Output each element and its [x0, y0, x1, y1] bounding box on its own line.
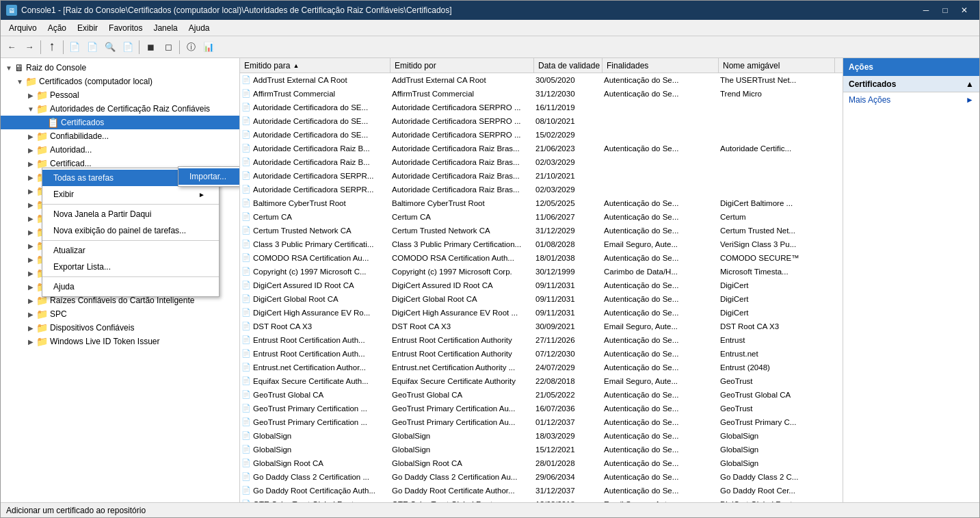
table-row[interactable]: 📄 Entrust Root Certification Auth... Ent… [240, 333, 843, 347]
menu-ajuda[interactable]: Ajuda [183, 21, 215, 36]
menu-favoritos[interactable]: Favoritos [103, 21, 148, 36]
table-row[interactable]: 📄 Certum CA Certum CA 11/06/2027 Autenti… [240, 210, 843, 224]
table-row[interactable]: 📄 Entrust.net Certification Author... En… [240, 361, 843, 374]
minimize-button[interactable]: ─ [916, 3, 936, 18]
table-row[interactable]: 📄 Baltimore CyberTrust Root Baltimore Cy… [240, 196, 843, 210]
expand-icon: ▶ [25, 174, 36, 181]
table-row[interactable]: 📄 DigiCert Global Root CA DigiCert Globa… [240, 292, 843, 306]
cell-emitido-para: 📄 Go Daddy Root Certificação Auth... [240, 486, 390, 495]
menu-acao[interactable]: Ação [42, 21, 72, 36]
cell-emitido-por: Autoridade Certificadora SERPRO ... [390, 117, 534, 125]
table-row[interactable]: 📄 GeoTrust Primary Certification ... Geo… [240, 402, 843, 415]
cell-finalidades: Autenticação do Se... [602, 391, 719, 399]
tree-item-dispositivos[interactable]: ▶ 📁 Dispositivos Confiáveis [1, 321, 239, 335]
ctx-ajuda[interactable]: Ajuda [42, 279, 219, 295]
actions-section-title[interactable]: Certificados ▲ [843, 76, 979, 92]
table-row[interactable]: 📄 Autoridade Certificadora Raiz B... Aut… [240, 155, 843, 169]
table-row[interactable]: 📄 GlobalSign GlobalSign 18/03/2029 Auten… [240, 429, 843, 443]
close-button[interactable]: ✕ [955, 3, 974, 18]
menu-exibir[interactable]: Exibir [72, 21, 103, 36]
ctx-atualizar[interactable]: Atualizar [42, 242, 219, 259]
toolbar-btn-4[interactable]: 📄 [120, 39, 136, 55]
tree-item-certs-selected[interactable]: 📋 Certificados [1, 116, 239, 129]
sub-ctx-importar[interactable]: Importar... [178, 168, 240, 185]
cert-name: Entrust Root Certification Auth... [253, 336, 365, 344]
cert-name: DigiCert High Assurance EV Ro... [253, 309, 370, 317]
menu-arquivo[interactable]: Arquivo [3, 21, 42, 36]
tree-item-autoridades[interactable]: ▼ 📁 Autoridades de Certificação Raiz Con… [1, 102, 239, 116]
toolbar-btn-3[interactable]: 🔍 [102, 39, 118, 55]
table-row[interactable]: 📄 Certum Trusted Network CA Certum Trust… [240, 224, 843, 237]
header-finalidades[interactable]: Finalidades [602, 58, 719, 73]
ctx-exibir[interactable]: Exibir ► [42, 186, 219, 203]
folder-icon: 📁 [36, 336, 48, 347]
table-row[interactable]: 📄 Equifax Secure Certificate Auth... Equ… [240, 374, 843, 388]
cell-data: 09/11/2031 [534, 295, 602, 303]
table-row[interactable]: 📄 Entrust Root Certification Auth... Ent… [240, 347, 843, 361]
tree-item-spc[interactable]: ▶ 📁 SPC [1, 307, 239, 321]
table-row[interactable]: 📄 Go Daddy Class 2 Certification ... Go … [240, 470, 843, 484]
cell-emitido-para: 📄 Copyright (c) 1997 Microsoft C... [240, 267, 390, 276]
maximize-button[interactable]: □ [936, 3, 955, 18]
table-row[interactable]: 📄 Autoridade Certificadora Raiz B... Aut… [240, 142, 843, 155]
tree-item-certificados[interactable]: ▼ 📁 Certificados (computador local) [1, 75, 239, 88]
cert-name: Certum CA [253, 213, 292, 221]
toolbar-btn-2[interactable]: 📄 [84, 39, 101, 55]
title-bar-left: 🖥 Console1 - [Raiz do Console\Certificad… [6, 5, 452, 16]
cert-row-icon: 📄 [241, 267, 251, 276]
actions-item-label: Mais Ações [849, 95, 890, 105]
cell-data: 31/12/2029 [534, 226, 602, 235]
table-row[interactable]: 📄 GeoTrust Global CA GeoTrust Global CA … [240, 388, 843, 402]
table-row[interactable]: 📄 AffirmTrust Commercial AffirmTrust Com… [240, 87, 843, 101]
ctx-exportar[interactable]: Exportar Lista... [42, 259, 219, 275]
table-row[interactable]: 📄 Autoridade Certificadora do SE... Auto… [240, 128, 843, 142]
toolbar-btn-info[interactable]: ⓘ [183, 39, 199, 55]
ctx-nova-exibicao[interactable]: Nova exibição do painel de tarefas... [42, 222, 219, 239]
header-data[interactable]: Data de validade [534, 58, 602, 73]
tree-item-aut2[interactable]: ▶ 📁 Autoridad... [1, 143, 239, 157]
table-row[interactable]: 📄 DigiCert Assured ID Root CA DigiCert A… [240, 279, 843, 292]
table-row[interactable]: 📄 GTE CyberTrust Global Root GTE CyberTr… [240, 497, 843, 502]
table-row[interactable]: 📄 COMODO RSA Certification Au... COMODO … [240, 251, 843, 265]
tree-panel: ▼ 🖥 Raiz do Console ▼ 📁 Certificados (co… [1, 58, 240, 502]
toolbar: ← → ⭡ 📄 📄 🔍 📄 ◼ ◻ ⓘ 📊 [1, 36, 979, 58]
cell-finalidades: Email Seguro, Aute... [602, 377, 719, 385]
toolbar-btn-chart[interactable]: 📊 [200, 39, 217, 55]
table-row[interactable]: 📄 Autoridade Certificadora do SE... Auto… [240, 114, 843, 128]
table-row[interactable]: 📄 Autoridade Certificadora SERPR... Auto… [240, 183, 843, 196]
cell-data: 09/11/2031 [534, 281, 602, 289]
toolbar-btn-5[interactable]: ◼ [142, 39, 159, 55]
folder-icon: 📁 [36, 90, 48, 101]
back-button[interactable]: ← [3, 39, 20, 55]
cell-emitido-para: 📄 Autoridade Certificadora Raiz B... [240, 144, 390, 153]
tree-item-raiz[interactable]: ▼ 🖥 Raiz do Console [1, 61, 239, 75]
table-row[interactable]: 📄 DigiCert High Assurance EV Ro... DigiC… [240, 306, 843, 320]
cert-name: Go Daddy Class 2 Certification ... [253, 473, 369, 481]
table-row[interactable]: 📄 Class 3 Public Primary Certificati... … [240, 237, 843, 251]
table-row[interactable]: 📄 DST Root CA X3 DST Root CA X3 30/09/20… [240, 320, 843, 333]
up-button[interactable]: ⭡ [44, 39, 60, 55]
tree-item-pessoal[interactable]: ▶ 📁 Pessoal [1, 88, 239, 102]
table-row[interactable]: 📄 Copyright (c) 1997 Microsoft C... Copy… [240, 265, 843, 279]
cert-row-icon: 📄 [241, 185, 251, 194]
tree-item-windows-live[interactable]: ▶ 📁 Windows Live ID Token Issuer [1, 335, 239, 348]
menu-janela[interactable]: Janela [148, 21, 183, 36]
table-row[interactable]: 📄 Autoridade Certificadora do SE... Auto… [240, 101, 843, 114]
table-row[interactable]: 📄 Go Daddy Root Certificação Auth... Go … [240, 484, 843, 497]
header-nome[interactable]: Nome amigável [719, 58, 835, 73]
table-row[interactable]: 📄 Autoridade Certificadora SERPR... Auto… [240, 169, 843, 183]
cell-data: 24/07/2029 [534, 363, 602, 372]
ctx-nova-janela[interactable]: Nova Janela a Partir Daqui [42, 206, 219, 222]
tree-item-confiabilidade[interactable]: ▶ 📁 Confiabilidade... [1, 129, 239, 143]
forward-button[interactable]: → [21, 39, 38, 55]
actions-mais-acoes[interactable]: Mais Ações ► [843, 92, 979, 107]
header-label: Emitido por [395, 61, 436, 70]
header-emitido-para[interactable]: Emitido para ▲ [240, 58, 390, 73]
toolbar-btn-6[interactable]: ◻ [160, 39, 176, 55]
table-row[interactable]: 📄 GlobalSign Root CA GlobalSign Root CA … [240, 456, 843, 470]
table-row[interactable]: 📄 AddTrust External CA Root AddTrust Ext… [240, 73, 843, 87]
header-emitido-por[interactable]: Emitido por [390, 58, 534, 73]
table-row[interactable]: 📄 GeoTrust Primary Certification ... Geo… [240, 415, 843, 429]
toolbar-btn-1[interactable]: 📄 [66, 39, 83, 55]
table-row[interactable]: 📄 GlobalSign GlobalSign 15/12/2021 Auten… [240, 443, 843, 456]
